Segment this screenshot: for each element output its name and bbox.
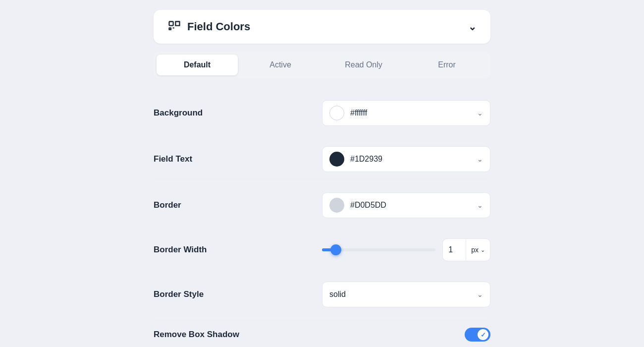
border-style-label: Border Style: [154, 289, 243, 299]
unit-chevron: ⌄: [481, 247, 485, 253]
border-row: Border #D0D5DD ⌄: [154, 182, 490, 229]
toggle-check-icon: ✓: [481, 331, 486, 339]
background-dropdown-arrow: ⌄: [477, 109, 483, 117]
remove-box-shadow-toggle-container: ✓: [465, 328, 490, 342]
border-color-dropdown[interactable]: #D0D5DD ⌄: [322, 192, 490, 218]
border-style-dropdown[interactable]: solid ⌄: [322, 282, 490, 307]
border-width-controls: px ⌄: [322, 238, 490, 261]
slider-thumb[interactable]: [330, 244, 341, 255]
header-left: Field Colors: [167, 20, 250, 34]
border-style-value: solid: [329, 290, 346, 299]
background-row: Background #ffffff ⌄: [154, 90, 490, 136]
border-swatch: [329, 198, 344, 213]
border-width-unit-value: px: [471, 246, 479, 254]
border-style-arrow: ⌄: [477, 290, 483, 298]
tab-read-only[interactable]: Read Only: [323, 55, 404, 75]
collapse-icon[interactable]: ⌄: [468, 21, 477, 33]
background-label: Background: [154, 108, 243, 118]
field-text-row: Field Text #1D2939 ⌄: [154, 136, 490, 182]
panel-title: Field Colors: [187, 20, 250, 33]
field-text-color-value: #1D2939: [350, 155, 471, 164]
remove-box-shadow-label: Remove Box Shadow: [154, 330, 243, 340]
border-style-row: Border Style solid ⌄: [154, 272, 490, 318]
tab-active[interactable]: Active: [240, 55, 321, 75]
background-color-dropdown[interactable]: #ffffff ⌄: [322, 100, 490, 126]
field-text-label: Field Text: [154, 154, 243, 164]
field-text-swatch: [329, 152, 344, 167]
border-width-label: Border Width: [154, 245, 243, 255]
tab-error[interactable]: Error: [406, 55, 487, 75]
border-width-input[interactable]: [443, 239, 466, 261]
border-dropdown-arrow: ⌄: [477, 201, 483, 209]
tab-default[interactable]: Default: [157, 55, 238, 75]
palette-icon: [167, 20, 181, 34]
border-color-value: #D0D5DD: [350, 201, 471, 210]
field-text-dropdown-arrow: ⌄: [477, 155, 483, 163]
tabs-bar: Default Active Read Only Error: [154, 52, 490, 78]
background-color-value: #ffffff: [350, 109, 471, 117]
border-width-number-unit: px ⌄: [442, 238, 490, 261]
border-width-row: Border Width px ⌄: [154, 229, 490, 272]
slider-track: [322, 248, 435, 251]
header-card: Field Colors ⌄: [154, 10, 490, 44]
svg-rect-0: [169, 22, 173, 26]
toggle-knob: ✓: [478, 329, 488, 340]
border-width-slider-container[interactable]: [322, 248, 435, 251]
background-swatch: [329, 106, 344, 120]
field-colors-panel: Field Colors ⌄ Default Active Read Only …: [154, 10, 490, 347]
remove-box-shadow-row: Remove Box Shadow ✓: [154, 318, 490, 347]
remove-box-shadow-toggle[interactable]: ✓: [465, 328, 490, 342]
field-text-color-dropdown[interactable]: #1D2939 ⌄: [322, 146, 490, 172]
border-label: Border: [154, 200, 243, 210]
border-width-unit-dropdown[interactable]: px ⌄: [466, 239, 490, 261]
properties-list: Background #ffffff ⌄ Field Text #1D2939 …: [154, 90, 490, 347]
